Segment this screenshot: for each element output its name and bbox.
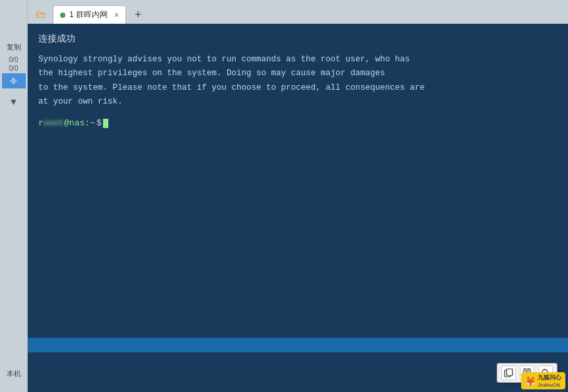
prompt-path: ~: [90, 118, 95, 128]
copy-icon-button[interactable]: [501, 366, 516, 380]
prompt-colon: :: [85, 118, 90, 128]
main-area: 🗁 1 群晖内网 × + 连接成功 Synology strongly advi…: [28, 0, 568, 392]
tab-item-1[interactable]: 1 群晖内网 ×: [53, 5, 126, 24]
counter-2: 0/0: [9, 65, 18, 72]
tab-label: 1 群晖内网: [69, 9, 108, 20]
terminal-cursor: [103, 119, 108, 128]
cmd-button[interactable]: 令: [2, 73, 26, 88]
tab-bar: 🗁 1 群晖内网 × +: [28, 0, 568, 24]
prompt-username: rooot: [38, 118, 64, 128]
folder-icon[interactable]: 🗁: [30, 5, 52, 24]
watermark: 🦊 九狐问心 JiuHuCN: [521, 372, 565, 389]
terminal[interactable]: 连接成功 Synology strongly advises you not t…: [28, 24, 568, 392]
counter-1: 0/0: [9, 56, 18, 63]
watermark-fox-icon: 🦊: [525, 376, 536, 386]
sidebar: 复制 0/0 0/0 令 ▼ 本机: [0, 0, 28, 392]
svg-rect-3: [525, 368, 529, 370]
watermark-url: JiuHuCN: [538, 382, 561, 388]
copy-button[interactable]: 复制: [2, 40, 26, 55]
local-label[interactable]: 本机: [7, 369, 21, 379]
watermark-site: 九狐问心: [538, 374, 561, 382]
add-tab-button[interactable]: +: [129, 5, 147, 24]
command-prompt[interactable]: rooot @ nas : ~ $: [38, 118, 557, 128]
input-bar[interactable]: [28, 338, 568, 352]
prompt-at-sign: @: [64, 118, 69, 128]
warning-text: Synology strongly advises you not to run…: [38, 53, 557, 109]
svg-rect-1: [507, 369, 513, 376]
tab-status-dot: [60, 13, 65, 18]
prompt-hostname: nas: [69, 118, 85, 128]
prompt-dollar: $: [96, 118, 102, 128]
expand-arrow[interactable]: ▼: [9, 96, 18, 107]
tab-close-button[interactable]: ×: [114, 11, 119, 20]
connection-status: 连接成功: [38, 33, 557, 45]
